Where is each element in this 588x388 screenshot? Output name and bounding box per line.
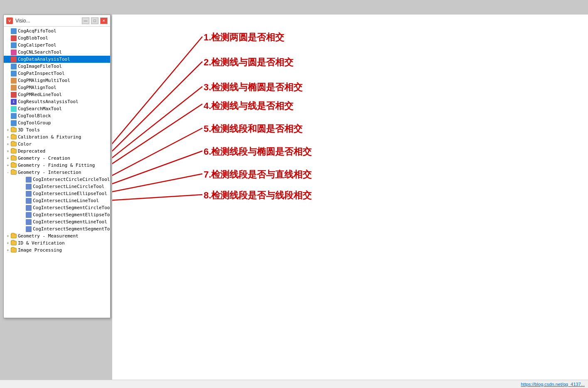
- tree-label-3DTools: 3D Tools: [18, 127, 40, 133]
- tree-item-CogIntersectLineLineTool[interactable]: CogIntersectLineLineTool: [4, 197, 110, 204]
- tree-label-CogBlobTool: CogBlobTool: [18, 35, 48, 41]
- tree-item-CogPMRedLineTool[interactable]: CogPMRedLineTool: [4, 91, 110, 98]
- expander-CogBlobTool[interactable]: [5, 36, 10, 41]
- expander-CogIntersectCircleCircleTool[interactable]: [20, 177, 25, 182]
- node-icon-CogPatInspectTool: [10, 71, 17, 77]
- tree-label-CogPMRedLineTool: CogPMRedLineTool: [18, 92, 62, 97]
- tree-item-CogToolBlock[interactable]: CogToolBlock: [4, 112, 110, 119]
- expander-CalibrationFixturing[interactable]: +: [5, 135, 10, 140]
- tree-item-CalibrationFixturing[interactable]: +Calibration & Fixturing: [4, 133, 110, 141]
- tree-item-GeometryFindingFitting[interactable]: +Geometry - Finding & Fitting: [4, 162, 110, 169]
- title-controls: — □ ✕: [82, 17, 108, 24]
- node-icon-Deprecated: [10, 148, 17, 154]
- expander-GeometryCreation[interactable]: +: [5, 156, 10, 161]
- tree-item-CogIntersectSegmentEllipseTool[interactable]: CogIntersectSegmentEllipseTool: [4, 211, 110, 218]
- tree-item-CogToolGroup[interactable]: CogToolGroup: [4, 119, 110, 126]
- tree-item-CogIntersectLineCircleTool[interactable]: CogIntersectLineCircleTool: [4, 183, 110, 190]
- arrow-arr8: [112, 195, 202, 201]
- tree-label-CogResultsAnalysisTool: CogResultsAnalysisTool: [18, 99, 79, 104]
- arrow-arr6: [112, 151, 202, 188]
- expander-CogIntersectSegmentLineTool[interactable]: [20, 220, 25, 225]
- tree-item-Color[interactable]: +Color: [4, 141, 110, 148]
- expander-CogPMAlignMultiTool[interactable]: [5, 78, 10, 83]
- app-icon: V: [6, 17, 13, 24]
- node-icon-CogPMAlignMultiTool: [10, 78, 17, 84]
- status-url[interactable]: https://blog.csdn.net/qq_4137...: [521, 382, 585, 387]
- tree-item-CogImageFileTool[interactable]: CogImageFileTool: [4, 63, 110, 70]
- expander-CogPatInspectTool[interactable]: [5, 71, 10, 76]
- tree-item-CogIntersectCircleCircleTool[interactable]: CogIntersectCircleCircleTool: [4, 176, 110, 183]
- tree-item-CogDataAnalysisTool[interactable]: CogDataAnalysisTool: [4, 56, 110, 63]
- tree-item-ImageProcessing[interactable]: +Image Processing: [4, 247, 110, 254]
- arrow-arr3: [112, 86, 202, 166]
- tree-item-CogCaliperTool[interactable]: CogCaliperTool: [4, 42, 110, 49]
- expander-CogCaliperTool[interactable]: [5, 43, 10, 48]
- tree-item-CogBlobTool[interactable]: CogBlobTool: [4, 35, 110, 42]
- tree-item-CogSearchMaxTool[interactable]: CogSearchMaxTool: [4, 105, 110, 112]
- tree-item-CogPMAlignMultiTool[interactable]: CogPMAlignMultiTool: [4, 77, 110, 84]
- expander-CogResultsAnalysisTool[interactable]: [5, 99, 10, 104]
- expander-GeometryIntersection[interactable]: -: [5, 170, 10, 175]
- expander-CogIntersectLineEllipseTool[interactable]: [20, 191, 25, 196]
- window-title: Visio...: [15, 18, 82, 24]
- node-icon-CogIntersectSegmentEllipseTool: [25, 212, 32, 218]
- node-icon-GeometryIntersection: [10, 170, 17, 175]
- node-icon-CalibrationFixturing: [10, 134, 17, 140]
- expander-CogPMRedLineTool[interactable]: [5, 92, 10, 97]
- expander-CogPMAlignTool[interactable]: [5, 85, 10, 90]
- minimize-button[interactable]: —: [82, 17, 89, 24]
- tree-item-CogIntersectSegmentSegmentTool[interactable]: CogIntersectSegmentSegmentTool: [4, 225, 110, 232]
- tree-item-GeometryCreation[interactable]: +Geometry - Creation: [4, 155, 110, 162]
- close-button[interactable]: ✕: [100, 17, 108, 24]
- tree-label-CalibrationFixturing: Calibration & Fixturing: [18, 134, 81, 140]
- expander-GeometryFindingFitting[interactable]: +: [5, 163, 10, 168]
- annotation-ann5: 5.检测线段和圆是否相交: [204, 123, 303, 135]
- tree-item-CogAcqFifoTool[interactable]: CogAcqFifoTool: [4, 27, 110, 35]
- expander-CogToolBlock[interactable]: [5, 114, 10, 119]
- tree-item-CogCNLSearchTool[interactable]: CogCNLSearchTool: [4, 49, 110, 56]
- tree-item-CogIntersectSegmentCircleTool[interactable]: CogIntersectSegmentCircleTool: [4, 204, 110, 211]
- maximize-button[interactable]: □: [91, 17, 98, 24]
- node-icon-CogResultsAnalysisTool: Σ: [10, 99, 17, 105]
- annotation-ann8: 8.检测线段是否与线段相交: [204, 189, 312, 202]
- expander-GeometryMeasurement[interactable]: +: [5, 234, 10, 239]
- tree-item-3DTools[interactable]: +3D Tools: [4, 126, 110, 133]
- expander-CogIntersectSegmentCircleTool[interactable]: [20, 205, 25, 210]
- expander-CogAcqFifoTool[interactable]: [5, 29, 10, 34]
- tree-item-GeometryIntersection[interactable]: -Geometry - Intersection: [4, 169, 110, 176]
- tree-item-CogIntersectLineEllipseTool[interactable]: CogIntersectLineEllipseTool: [4, 190, 110, 197]
- node-icon-3DTools: [10, 127, 17, 133]
- tree-label-GeometryMeasurement: Geometry - Measurement: [18, 233, 79, 239]
- tree-item-CogPatInspectTool[interactable]: CogPatInspectTool: [4, 70, 110, 77]
- node-icon-GeometryFindingFitting: [10, 163, 17, 168]
- expander-CogSearchMaxTool[interactable]: [5, 106, 10, 111]
- tree-item-IDVerification[interactable]: +ID & Verification: [4, 240, 110, 247]
- tree-item-CogIntersectSegmentLineTool[interactable]: CogIntersectSegmentLineTool: [4, 218, 110, 225]
- status-bar: https://blog.csdn.net/qq_4137...: [0, 380, 588, 388]
- tool-tree[interactable]: CogAcqFifoToolCogBlobToolCogCaliperToolC…: [4, 27, 110, 318]
- expander-CogIntersectSegmentSegmentTool[interactable]: [20, 227, 25, 232]
- tree-label-Color: Color: [18, 141, 32, 147]
- expander-3DTools[interactable]: +: [5, 128, 10, 133]
- expander-CogCNLSearchTool[interactable]: [5, 50, 10, 55]
- expander-CogIntersectLineLineTool[interactable]: [20, 198, 25, 203]
- expander-ImageProcessing[interactable]: +: [5, 248, 10, 253]
- tree-item-GeometryMeasurement[interactable]: +Geometry - Measurement: [4, 232, 110, 240]
- node-icon-CogIntersectLineCircleTool: [25, 184, 32, 190]
- expander-IDVerification[interactable]: +: [5, 241, 10, 246]
- tree-label-CogIntersectSegmentEllipseTool: CogIntersectSegmentEllipseTool: [33, 212, 110, 217]
- tree-item-Deprecated[interactable]: +Deprecated: [4, 148, 110, 155]
- tree-label-IDVerification: ID & Verification: [18, 240, 65, 246]
- expander-CogIntersectSegmentEllipseTool[interactable]: [20, 213, 25, 217]
- expander-Deprecated[interactable]: +: [5, 149, 10, 154]
- expander-CogIntersectLineCircleTool[interactable]: [20, 184, 25, 189]
- expander-CogToolGroup[interactable]: [5, 121, 10, 126]
- tree-item-CogResultsAnalysisTool[interactable]: ΣCogResultsAnalysisTool: [4, 98, 110, 105]
- node-icon-IDVerification: [10, 240, 17, 246]
- expander-CogDataAnalysisTool[interactable]: [5, 57, 10, 62]
- tree-item-CogPMAlignTool[interactable]: CogPMAlignTool: [4, 84, 110, 91]
- expander-CogImageFileTool[interactable]: [5, 64, 10, 69]
- tree-label-CogIntersectLineLineTool: CogIntersectLineLineTool: [33, 198, 99, 203]
- expander-Color[interactable]: +: [5, 142, 10, 147]
- tree-label-GeometryCreation: Geometry - Creation: [18, 156, 70, 161]
